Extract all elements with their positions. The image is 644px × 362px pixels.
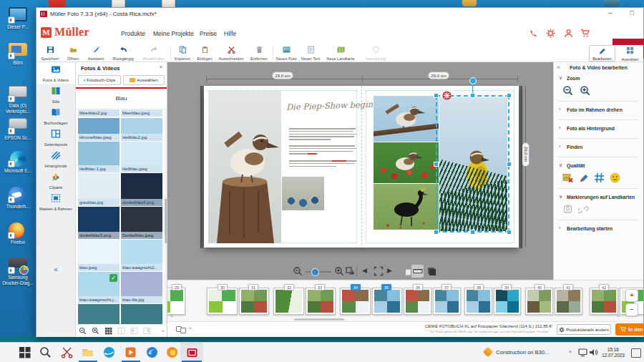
steam-app-icon[interactable] xyxy=(103,346,115,358)
copy-spread-icon[interactable] xyxy=(402,266,412,276)
photo-tile[interactable]: dunkelblau4.png xyxy=(121,173,162,206)
photo-tile[interactable]: Hellblau2.jpg xyxy=(121,118,162,141)
fit-sort-icon[interactable] xyxy=(345,266,355,276)
news-headline[interactable]: Construction on B30... xyxy=(496,349,549,356)
editor-canvas[interactable]: 29,0 cm 29,0 cm 29,0 cm xyxy=(167,62,553,280)
fullscreen-icon[interactable] xyxy=(374,266,384,276)
photo-tile[interactable]: Hellblau-1.jpg xyxy=(78,142,119,172)
photo-filename[interactable]: Meerblau.jpeg xyxy=(121,109,162,117)
start-button[interactable] xyxy=(19,346,31,358)
zoom-out-icon[interactable] xyxy=(293,266,303,276)
next-page-button[interactable]: ▶ xyxy=(387,267,392,274)
resize-handle[interactable] xyxy=(434,93,439,98)
auswaehlen-button[interactable]: Auswählen xyxy=(123,75,165,85)
new-map-button[interactable]: Neue Landkarte xyxy=(323,46,358,61)
photo-tile[interactable] xyxy=(78,304,119,324)
section-qualitaet[interactable]: ∨ Qualität xyxy=(554,162,643,171)
photo-tile[interactable]: graublau.jpg xyxy=(78,173,119,206)
section-foto-drehen[interactable]: › Foto im Rahmen drehen xyxy=(554,107,643,115)
mueller-app-icon[interactable] xyxy=(186,346,198,358)
menu-produkte[interactable]: Produkte xyxy=(121,30,145,37)
spread-thumbnail[interactable]: 29 xyxy=(167,284,185,315)
photo-tile[interactable]: Himmelblau.jpeg xyxy=(78,118,119,141)
resize-handle[interactable] xyxy=(507,230,512,235)
selection-frame[interactable] xyxy=(436,95,509,233)
desktop-icon-epson-scan[interactable]: EPSON Sc... xyxy=(0,118,36,141)
veredelung-button[interactable]: Veredelung xyxy=(361,46,391,61)
desktop-icon-edge[interactable]: Microsoft E... xyxy=(0,151,36,174)
photo-tile[interactable]: Hellblau.jpeg xyxy=(121,142,162,172)
layout-view-icon[interactable] xyxy=(117,327,125,335)
panel-scrollbar[interactable] xyxy=(165,109,167,324)
photo-bird-on-branch[interactable] xyxy=(374,96,439,142)
gear-icon[interactable] xyxy=(546,29,555,38)
user-icon[interactable] xyxy=(564,29,573,38)
layout-view-icon[interactable] xyxy=(143,327,151,335)
photo-black-bird[interactable] xyxy=(374,184,439,230)
body-text-paragraph[interactable] xyxy=(289,160,356,168)
photo-bird-on-stump[interactable] xyxy=(208,91,281,243)
sidebar-item-cliparts[interactable]: Cliparts xyxy=(36,170,75,191)
cart-icon[interactable] xyxy=(580,29,590,38)
maximize-button[interactable]: □ xyxy=(623,8,640,19)
category-header[interactable]: Blau xyxy=(76,89,167,109)
image-file-icon[interactable] xyxy=(603,0,619,6)
edge-browser-icon[interactable] xyxy=(146,346,158,358)
photo-tile[interactable] xyxy=(121,304,162,324)
undo-button[interactable]: Rückgängig xyxy=(110,46,136,61)
minimize-button[interactable]: – xyxy=(602,8,619,19)
grid-view-icon[interactable] xyxy=(104,327,112,335)
desktop-icon-this-pc[interactable]: Dieser P... xyxy=(0,7,36,30)
quality-grid-icon[interactable] xyxy=(594,172,605,183)
photo-tile[interactable]: blau-lila.jpg xyxy=(121,272,162,303)
news-weather-icon[interactable] xyxy=(483,347,493,357)
title-bar[interactable]: Müller Foto 7.3.3 (x64) - Costa Rica.mcf… xyxy=(36,8,643,21)
photo-blue-birds[interactable] xyxy=(282,177,324,210)
overflow-chevron[interactable]: » xyxy=(162,328,164,333)
section-bearbeitung-starten[interactable]: › Bearbeitung starten xyxy=(554,225,643,234)
zoom-out-icon[interactable] xyxy=(79,327,87,335)
paste-button[interactable]: Einfügen xyxy=(195,46,215,61)
resize-handle[interactable] xyxy=(507,93,512,98)
desktop-icon-thunderbird[interactable]: Thunderb... xyxy=(0,187,36,210)
add-to-cart-button[interactable]: In den W xyxy=(615,323,644,336)
mode-bearbeiten-button[interactable]: Bearbeiten xyxy=(589,45,615,62)
broken-link-icon[interactable] xyxy=(578,204,589,215)
assistant-button[interactable]: Assistent xyxy=(85,46,107,61)
view-mode-icon[interactable] xyxy=(180,328,186,333)
quality-brush-icon[interactable] xyxy=(578,172,589,183)
phone-icon[interactable] xyxy=(529,29,538,38)
tray-expand-chevron[interactable]: ^ xyxy=(569,349,572,356)
mode-anordnen-button[interactable]: Anordnen xyxy=(617,45,643,62)
desktop-icon-buero[interactable]: Büro xyxy=(0,43,36,66)
close-icon[interactable]: ✕ xyxy=(159,64,163,70)
clock[interactable]: 15:16 12.07.2023 xyxy=(598,347,628,358)
sidebar-item-buchvorlagen[interactable]: Buchvorlagen xyxy=(36,105,75,127)
notification-center-icon[interactable] xyxy=(631,348,641,358)
quality-photo-warning-icon[interactable] xyxy=(562,172,573,183)
filmstrip-scroll-left[interactable]: < xyxy=(170,313,173,318)
snipping-tool-icon[interactable] xyxy=(61,346,73,358)
desktop-icon-firefox[interactable]: Firefox xyxy=(0,222,36,245)
speaker-icon[interactable] xyxy=(589,348,598,357)
resize-handle[interactable] xyxy=(470,230,475,235)
search-icon[interactable] xyxy=(39,346,52,358)
section-markierungen[interactable]: ∨ Markierungen auf Landkarten xyxy=(554,194,643,202)
body-text-paragraph[interactable] xyxy=(289,145,356,156)
section-zoom[interactable]: ∨ Zoom xyxy=(554,75,643,84)
menu-meine-projekte[interactable]: Meine Projekte xyxy=(153,30,194,37)
resize-handle[interactable] xyxy=(507,162,512,167)
prev-page-button[interactable]: ◀ xyxy=(362,267,367,274)
spread-thumbnail-selected[interactable]: 34 35 xyxy=(340,284,402,315)
new-photo-button[interactable]: Neues Foto xyxy=(275,46,298,61)
resize-handle[interactable] xyxy=(434,162,439,167)
file-explorer-icon[interactable] xyxy=(82,346,94,358)
open-button[interactable]: Öffnen xyxy=(63,46,83,61)
spread-thumbnail[interactable]: 40 41 xyxy=(525,284,582,315)
resize-handle[interactable] xyxy=(434,230,439,235)
zoom-out-icon[interactable] xyxy=(562,85,573,96)
folder-icon[interactable] xyxy=(462,0,477,6)
rotation-handle[interactable] xyxy=(469,77,477,84)
save-button[interactable]: Speichern xyxy=(39,46,62,61)
warning-rotate-badge[interactable] xyxy=(442,91,452,100)
